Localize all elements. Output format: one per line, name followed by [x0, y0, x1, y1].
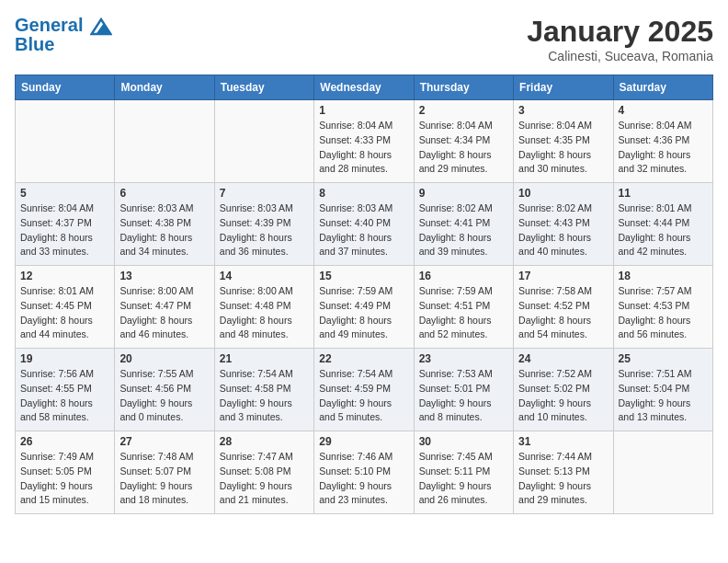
weekday-header: Thursday: [414, 75, 513, 100]
day-info: Sunrise: 7:47 AM Sunset: 5:08 PM Dayligh…: [220, 450, 309, 508]
weekday-row: SundayMondayTuesdayWednesdayThursdayFrid…: [16, 75, 713, 100]
day-info: Sunrise: 8:03 AM Sunset: 4:38 PM Dayligh…: [119, 201, 209, 259]
calendar-cell: 27Sunrise: 7:48 AM Sunset: 5:07 PM Dayli…: [115, 431, 214, 514]
day-number: 24: [518, 352, 608, 365]
day-info: Sunrise: 7:48 AM Sunset: 5:07 PM Dayligh…: [119, 450, 209, 508]
day-info: Sunrise: 8:04 AM Sunset: 4:37 PM Dayligh…: [20, 201, 109, 259]
day-info: Sunrise: 8:04 AM Sunset: 4:34 PM Dayligh…: [419, 119, 508, 177]
day-number: 28: [220, 435, 309, 448]
calendar-table: SundayMondayTuesdayWednesdayThursdayFrid…: [15, 75, 713, 514]
logo-blue: Blue: [15, 34, 112, 54]
calendar-cell: 2Sunrise: 8:04 AM Sunset: 4:34 PM Daylig…: [414, 100, 513, 183]
calendar-title: January 2025: [527, 15, 713, 49]
calendar-cell: 21Sunrise: 7:54 AM Sunset: 4:58 PM Dayli…: [214, 349, 313, 431]
calendar-cell: 23Sunrise: 7:53 AM Sunset: 5:01 PM Dayli…: [414, 349, 513, 431]
title-block: January 2025 Calinesti, Suceava, Romania: [527, 15, 713, 63]
day-info: Sunrise: 7:58 AM Sunset: 4:52 PM Dayligh…: [518, 284, 608, 342]
day-number: 13: [119, 270, 209, 282]
calendar-cell: 8Sunrise: 8:03 AM Sunset: 4:40 PM Daylig…: [314, 183, 414, 266]
calendar-cell: 28Sunrise: 7:47 AM Sunset: 5:08 PM Dayli…: [214, 431, 313, 514]
day-info: Sunrise: 7:54 AM Sunset: 4:58 PM Dayligh…: [220, 367, 309, 425]
day-info: Sunrise: 8:03 AM Sunset: 4:39 PM Dayligh…: [220, 201, 309, 259]
calendar-cell: 16Sunrise: 7:59 AM Sunset: 4:51 PM Dayli…: [414, 266, 513, 349]
calendar-week-row: 19Sunrise: 7:56 AM Sunset: 4:55 PM Dayli…: [16, 349, 713, 431]
day-info: Sunrise: 8:04 AM Sunset: 4:33 PM Dayligh…: [319, 119, 408, 177]
day-info: Sunrise: 7:45 AM Sunset: 5:11 PM Dayligh…: [419, 450, 508, 508]
day-number: 20: [119, 352, 209, 365]
day-number: 17: [518, 270, 608, 282]
calendar-cell: [16, 100, 115, 183]
day-number: 10: [518, 187, 608, 200]
calendar-cell: 24Sunrise: 7:52 AM Sunset: 5:02 PM Dayli…: [514, 349, 613, 431]
calendar-cell: 13Sunrise: 8:00 AM Sunset: 4:47 PM Dayli…: [115, 266, 214, 349]
calendar-cell: 9Sunrise: 8:02 AM Sunset: 4:41 PM Daylig…: [414, 183, 513, 266]
day-number: 9: [419, 187, 508, 200]
day-info: Sunrise: 7:51 AM Sunset: 5:04 PM Dayligh…: [619, 367, 708, 425]
day-info: Sunrise: 7:52 AM Sunset: 5:02 PM Dayligh…: [518, 367, 608, 425]
calendar-week-row: 5Sunrise: 8:04 AM Sunset: 4:37 PM Daylig…: [16, 183, 713, 266]
day-number: 5: [20, 187, 109, 200]
calendar-cell: [214, 100, 313, 183]
weekday-header: Tuesday: [214, 75, 313, 100]
calendar-cell: 22Sunrise: 7:54 AM Sunset: 4:59 PM Dayli…: [314, 349, 414, 431]
day-info: Sunrise: 7:44 AM Sunset: 5:13 PM Dayligh…: [518, 450, 608, 508]
calendar-cell: 31Sunrise: 7:44 AM Sunset: 5:13 PM Dayli…: [514, 431, 613, 514]
calendar-cell: 20Sunrise: 7:55 AM Sunset: 4:56 PM Dayli…: [115, 349, 214, 431]
day-info: Sunrise: 8:01 AM Sunset: 4:45 PM Dayligh…: [20, 284, 109, 342]
calendar-week-row: 26Sunrise: 7:49 AM Sunset: 5:05 PM Dayli…: [16, 431, 713, 514]
day-number: 31: [518, 435, 608, 448]
calendar-cell: 26Sunrise: 7:49 AM Sunset: 5:05 PM Dayli…: [16, 431, 115, 514]
calendar-body: 1Sunrise: 8:04 AM Sunset: 4:33 PM Daylig…: [16, 100, 713, 514]
calendar-cell: 1Sunrise: 8:04 AM Sunset: 4:33 PM Daylig…: [314, 100, 414, 183]
calendar-cell: 19Sunrise: 7:56 AM Sunset: 4:55 PM Dayli…: [16, 349, 115, 431]
day-info: Sunrise: 7:59 AM Sunset: 4:49 PM Dayligh…: [319, 284, 408, 342]
calendar-cell: 29Sunrise: 7:46 AM Sunset: 5:10 PM Dayli…: [314, 431, 414, 514]
day-info: Sunrise: 7:55 AM Sunset: 4:56 PM Dayligh…: [119, 367, 209, 425]
calendar-week-row: 12Sunrise: 8:01 AM Sunset: 4:45 PM Dayli…: [16, 266, 713, 349]
day-number: 7: [220, 187, 309, 200]
day-info: Sunrise: 8:00 AM Sunset: 4:48 PM Dayligh…: [220, 284, 309, 342]
day-info: Sunrise: 7:46 AM Sunset: 5:10 PM Dayligh…: [319, 450, 408, 508]
calendar-cell: 11Sunrise: 8:01 AM Sunset: 4:44 PM Dayli…: [613, 183, 712, 266]
page-header: General Blue January 2025 Calinesti, Suc…: [15, 15, 713, 63]
day-info: Sunrise: 7:57 AM Sunset: 4:53 PM Dayligh…: [619, 284, 708, 342]
day-number: 21: [220, 352, 309, 365]
calendar-cell: 7Sunrise: 8:03 AM Sunset: 4:39 PM Daylig…: [214, 183, 313, 266]
day-number: 6: [119, 187, 209, 200]
day-number: 29: [319, 435, 408, 448]
calendar-cell: 30Sunrise: 7:45 AM Sunset: 5:11 PM Dayli…: [414, 431, 513, 514]
calendar-cell: 25Sunrise: 7:51 AM Sunset: 5:04 PM Dayli…: [613, 349, 712, 431]
logo-icon: [90, 17, 112, 36]
day-info: Sunrise: 8:04 AM Sunset: 4:36 PM Dayligh…: [619, 119, 708, 177]
calendar-cell: 14Sunrise: 8:00 AM Sunset: 4:48 PM Dayli…: [214, 266, 313, 349]
weekday-header: Friday: [514, 75, 613, 100]
day-number: 11: [619, 187, 708, 200]
day-number: 30: [419, 435, 508, 448]
calendar-cell: 17Sunrise: 7:58 AM Sunset: 4:52 PM Dayli…: [514, 266, 613, 349]
day-number: 4: [619, 104, 708, 117]
day-number: 26: [20, 435, 109, 448]
day-info: Sunrise: 7:59 AM Sunset: 4:51 PM Dayligh…: [419, 284, 508, 342]
calendar-cell: 12Sunrise: 8:01 AM Sunset: 4:45 PM Dayli…: [16, 266, 115, 349]
calendar-cell: 4Sunrise: 8:04 AM Sunset: 4:36 PM Daylig…: [613, 100, 712, 183]
day-number: 18: [619, 270, 708, 282]
day-number: 1: [319, 104, 408, 117]
calendar-cell: 10Sunrise: 8:02 AM Sunset: 4:43 PM Dayli…: [514, 183, 613, 266]
day-info: Sunrise: 8:03 AM Sunset: 4:40 PM Dayligh…: [319, 201, 408, 259]
day-info: Sunrise: 8:02 AM Sunset: 4:43 PM Dayligh…: [518, 201, 608, 259]
calendar-cell: [115, 100, 214, 183]
calendar-week-row: 1Sunrise: 8:04 AM Sunset: 4:33 PM Daylig…: [16, 100, 713, 183]
day-number: 16: [419, 270, 508, 282]
day-number: 12: [20, 270, 109, 282]
weekday-header: Monday: [115, 75, 214, 100]
calendar-cell: 18Sunrise: 7:57 AM Sunset: 4:53 PM Dayli…: [613, 266, 712, 349]
day-number: 15: [319, 270, 408, 282]
day-info: Sunrise: 8:04 AM Sunset: 4:35 PM Dayligh…: [518, 119, 608, 177]
calendar-header: SundayMondayTuesdayWednesdayThursdayFrid…: [16, 75, 713, 100]
weekday-header: Wednesday: [314, 75, 414, 100]
logo: General Blue: [15, 15, 112, 54]
day-number: 27: [119, 435, 209, 448]
weekday-header: Sunday: [16, 75, 115, 100]
day-number: 2: [419, 104, 508, 117]
day-number: 8: [319, 187, 408, 200]
